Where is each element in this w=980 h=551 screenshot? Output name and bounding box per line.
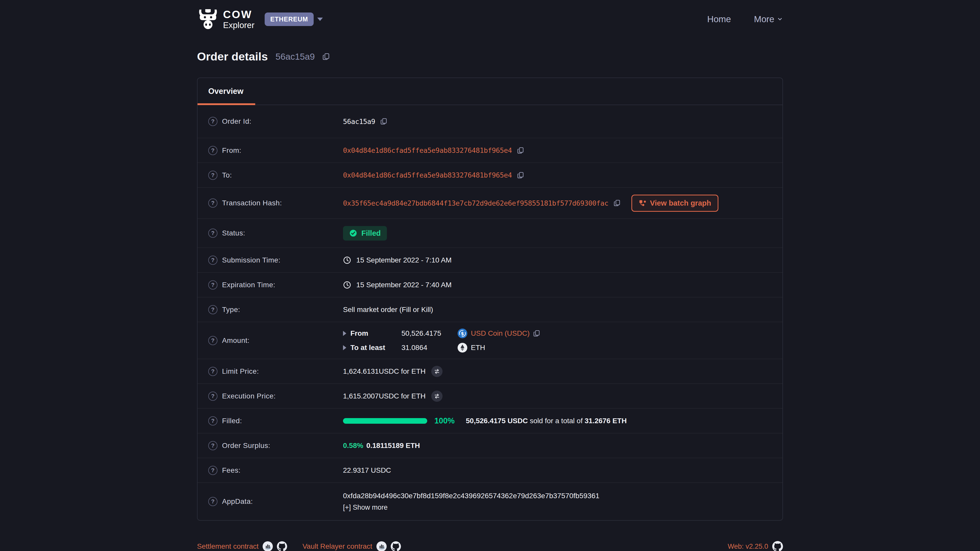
row-label: From: (208, 146, 343, 155)
row-type: Type: Sell market order (Fill or Kill) (197, 297, 783, 322)
logo-line1: COW (223, 9, 255, 20)
help-icon[interactable] (208, 416, 218, 426)
usdc-token-name: USD Coin (USDC) (471, 329, 530, 338)
vault-relayer-contract-group: Vault Relayer contract (302, 541, 401, 551)
copy-icon[interactable] (380, 118, 387, 125)
network-selector[interactable]: ETHEREUM (265, 13, 323, 26)
web-version-link[interactable]: Web: v2.25.0 (728, 543, 768, 551)
footer: Settlement contract (0, 541, 980, 551)
help-icon[interactable] (208, 229, 218, 238)
row-label: Limit Price: (208, 367, 343, 376)
order-details-card: Overview Order Id: 56ac15a9 From: (197, 78, 783, 521)
row-order-surplus: Order Surplus: 0.58% 0.18115189 ETH (197, 433, 783, 457)
amount-from-value: 50,526.4175 (401, 329, 458, 338)
eth-token-name: ETH (471, 344, 485, 352)
row-label: Expiration Time: (208, 280, 343, 289)
row-expiration-time: Expiration Time: 15 September 2022 - 7:4… (197, 272, 783, 297)
filled-label: Filled: (222, 417, 242, 425)
row-label: Transaction Hash: (208, 198, 343, 208)
row-order-id: Order Id: 56ac15a9 (197, 105, 783, 138)
triangle-right-icon (343, 345, 346, 350)
appdata-show-more[interactable]: [+] Show more (343, 503, 600, 511)
row-label: Order Surplus: (208, 441, 343, 450)
help-icon[interactable] (208, 336, 218, 345)
help-icon[interactable] (208, 198, 218, 208)
from-label: From: (222, 146, 242, 155)
type-value: Sell market order (Fill or Kill) (343, 306, 433, 314)
help-icon[interactable] (208, 117, 218, 126)
help-icon[interactable] (208, 146, 218, 155)
help-icon[interactable] (208, 367, 218, 376)
vault-relayer-contract-link[interactable]: Vault Relayer contract (302, 542, 372, 551)
tab-overview-label: Overview (208, 87, 243, 96)
type-label: Type: (222, 306, 240, 314)
submission-time-label: Submission Time: (222, 256, 280, 264)
surplus-percent: 0.58% (343, 441, 363, 450)
usdc-token-link[interactable]: $ USD Coin (USDC) (458, 329, 530, 338)
tx-hash-link[interactable]: 0x35f65ec4a9d84e27bdb6844f13e7cb72d9de62… (343, 199, 608, 207)
fees-label: Fees: (222, 466, 241, 475)
row-filled: Filled: 100% 50,526.4175 USDC sold for a… (197, 408, 783, 433)
logo-line2: Explorer (223, 21, 255, 29)
eth-token-link[interactable]: ETH (458, 343, 485, 353)
view-batch-graph-button[interactable]: View batch graph (632, 195, 719, 212)
github-icon[interactable] (277, 541, 287, 551)
help-icon[interactable] (208, 305, 218, 314)
filled-summary: 50,526.4175 USDC sold for a total of 31.… (466, 417, 627, 425)
order-id-value: 56ac15a9 (343, 118, 375, 125)
help-icon[interactable] (208, 497, 218, 506)
row-label: Submission Time: (208, 256, 343, 265)
filled-percent: 100% (434, 416, 455, 426)
top-bar: COW Explorer ETHEREUM Home More (0, 0, 980, 30)
copy-icon[interactable] (517, 147, 524, 154)
row-limit-price: Limit Price: 1,624.6131USDC for ETH (197, 359, 783, 383)
invert-price-icon[interactable] (431, 391, 442, 402)
amount-label: Amount: (222, 337, 250, 345)
invert-price-icon[interactable] (431, 366, 442, 377)
settlement-contract-link[interactable]: Settlement contract (197, 542, 259, 551)
etherscan-icon[interactable] (262, 541, 273, 551)
appdata-label: AppData: (222, 497, 253, 506)
status-label: Status: (222, 229, 245, 237)
help-icon[interactable] (208, 256, 218, 265)
appdata-hash: 0xfda28b94d496c30e7bf8d159f8e2c439692657… (343, 492, 600, 500)
view-batch-graph-label: View batch graph (650, 199, 711, 207)
copy-icon[interactable] (614, 200, 620, 206)
nav-home-label: Home (707, 14, 731, 24)
network-badge-label: ETHEREUM (265, 13, 313, 26)
filled-middle-text: sold for a total of (528, 417, 585, 425)
tab-overview[interactable]: Overview (197, 78, 255, 105)
cow-explorer-logo[interactable]: COW Explorer (197, 8, 255, 30)
help-icon[interactable] (208, 466, 218, 475)
row-status: Status: Filled (197, 218, 783, 248)
copy-icon[interactable] (322, 53, 330, 60)
nav-home-link[interactable]: Home (707, 14, 731, 24)
amount-from-label: From (350, 329, 401, 338)
filled-sold-amount: 50,526.4175 USDC (466, 417, 528, 425)
row-amount: Amount: From 50,526.4175 $ (197, 322, 783, 359)
from-address-link[interactable]: 0x04d84e1d86cfad5ffea5e9ab833276481bf965… (343, 146, 512, 154)
github-icon[interactable] (772, 541, 783, 551)
help-icon[interactable] (208, 392, 218, 401)
cow-logo-icon (197, 8, 219, 30)
limit-price-label: Limit Price: (222, 367, 259, 375)
copy-icon[interactable] (533, 330, 540, 337)
footer-contract-links: Settlement contract (197, 541, 401, 551)
row-label: Fees: (208, 466, 343, 475)
filled-progress-bar (343, 418, 427, 424)
to-address-link[interactable]: 0x04d84e1d86cfad5ffea5e9ab833276481bf965… (343, 171, 512, 179)
row-label: Execution Price: (208, 392, 343, 401)
help-icon[interactable] (208, 441, 218, 450)
help-icon[interactable] (208, 280, 218, 289)
status-badge: Filled (343, 226, 387, 241)
triangle-right-icon (343, 331, 346, 336)
github-icon[interactable] (391, 541, 401, 551)
amount-to-label: To at least (350, 344, 401, 352)
etherscan-icon[interactable] (376, 541, 387, 551)
svg-text:$: $ (461, 330, 464, 336)
chevron-down-icon (317, 17, 323, 21)
copy-icon[interactable] (517, 171, 524, 179)
submission-time-value: 15 September 2022 - 7:10 AM (356, 256, 452, 264)
nav-more-menu[interactable]: More (754, 14, 783, 24)
help-icon[interactable] (208, 171, 218, 180)
